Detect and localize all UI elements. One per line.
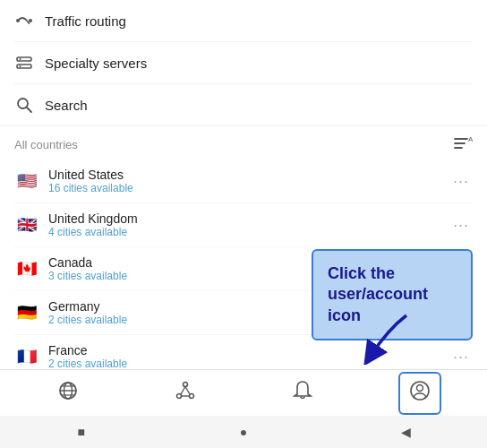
country-item-gb[interactable]: 🇬🇧 United Kingdom 4 cities available ··· bbox=[14, 203, 473, 247]
svg-point-4 bbox=[20, 58, 21, 60]
svg-point-1 bbox=[29, 19, 32, 22]
specialty-servers-icon bbox=[14, 53, 34, 73]
traffic-routing-icon bbox=[14, 11, 34, 30]
globe-icon bbox=[57, 380, 79, 406]
country-more-gb[interactable]: ··· bbox=[449, 216, 473, 235]
country-flag-ca: 🇨🇦 bbox=[14, 256, 39, 281]
svg-line-21 bbox=[181, 387, 185, 395]
callout-arrow bbox=[335, 311, 415, 367]
nav-item-traffic-routing[interactable]: Traffic routing bbox=[14, 0, 473, 42]
country-more-us[interactable]: ··· bbox=[449, 172, 473, 191]
search-icon bbox=[14, 95, 34, 115]
bottom-nav-account[interactable] bbox=[398, 372, 441, 415]
country-flag-us: 🇺🇸 bbox=[14, 168, 39, 194]
back-icon: ◀ bbox=[401, 425, 411, 439]
nav-item-specialty-servers[interactable]: Specialty servers bbox=[14, 42, 473, 84]
bottom-nav bbox=[0, 369, 487, 416]
svg-rect-3 bbox=[17, 65, 31, 68]
svg-line-7 bbox=[27, 108, 31, 112]
svg-point-0 bbox=[16, 19, 20, 22]
country-flag-de: 🇩🇪 bbox=[14, 300, 39, 325]
android-navigation-bar: ■ ● ◀ bbox=[0, 416, 487, 448]
list-header: All countries A bbox=[14, 126, 473, 159]
svg-point-18 bbox=[183, 383, 187, 387]
nav-item-search[interactable]: Search bbox=[14, 84, 473, 125]
bottom-nav-bell[interactable] bbox=[281, 372, 324, 415]
all-countries-label: All countries bbox=[14, 138, 78, 151]
circle-icon: ● bbox=[240, 425, 247, 439]
search-label: Search bbox=[45, 98, 88, 113]
android-back-button[interactable]: ◀ bbox=[397, 423, 414, 441]
android-recent-button[interactable]: ■ bbox=[73, 423, 90, 441]
bottom-nav-globe[interactable] bbox=[47, 372, 90, 415]
country-item-us[interactable]: 🇺🇸 United States 16 cities available ··· bbox=[14, 159, 473, 203]
top-nav: Traffic routing Specialty servers Search bbox=[0, 0, 487, 126]
bell-icon bbox=[293, 380, 312, 406]
country-name-gb: United Kingdom bbox=[48, 211, 449, 226]
specialty-servers-label: Specialty servers bbox=[45, 56, 147, 71]
svg-point-6 bbox=[18, 99, 28, 108]
country-info-us: United States 16 cities available bbox=[48, 168, 449, 194]
country-flag-gb: 🇬🇧 bbox=[14, 212, 39, 237]
svg-point-5 bbox=[20, 65, 21, 67]
svg-rect-2 bbox=[17, 57, 31, 61]
nodes-icon bbox=[175, 380, 196, 406]
country-more-fr[interactable]: ··· bbox=[449, 348, 473, 366]
country-info-gb: United Kingdom 4 cities available bbox=[48, 211, 449, 238]
android-home-button[interactable]: ● bbox=[235, 423, 252, 441]
svg-line-22 bbox=[185, 387, 190, 395]
svg-point-20 bbox=[189, 394, 193, 399]
country-cities-us: 16 cities available bbox=[48, 182, 449, 194]
sort-icon[interactable]: A bbox=[453, 135, 473, 154]
svg-point-19 bbox=[176, 394, 181, 399]
svg-point-25 bbox=[416, 385, 423, 392]
svg-text:A: A bbox=[468, 135, 473, 143]
traffic-routing-label: Traffic routing bbox=[45, 13, 126, 29]
account-icon bbox=[409, 380, 431, 406]
country-name-us: United States bbox=[48, 168, 449, 182]
bottom-nav-nodes[interactable] bbox=[164, 372, 207, 415]
square-icon: ■ bbox=[77, 425, 84, 439]
country-flag-fr: 🇫🇷 bbox=[14, 344, 39, 369]
country-cities-gb: 4 cities available bbox=[48, 226, 449, 238]
